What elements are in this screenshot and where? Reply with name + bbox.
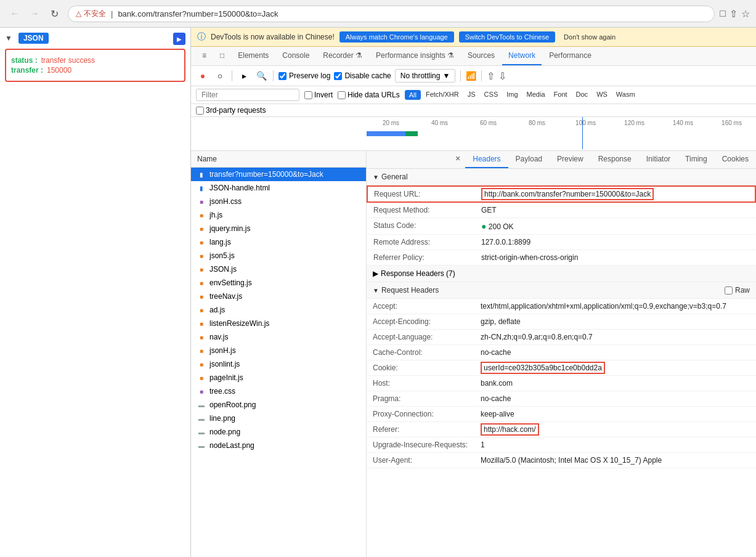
disable-cache-checkbox[interactable]: Disable cache — [334, 71, 391, 80]
user-agent-row: User-Agent: Mozilla/5.0 (Macintosh; Inte… — [367, 453, 756, 468]
filter-input[interactable] — [196, 89, 299, 101]
invert-checkbox[interactable]: Invert — [304, 91, 333, 99]
tab-inspect[interactable]: □ — [214, 47, 230, 65]
record-button[interactable]: ● — [196, 69, 209, 83]
general-section-header[interactable]: ▼ General — [367, 169, 756, 185]
file-item-jsonhjs[interactable]: ■ jsonH.js — [191, 344, 366, 357]
file-item-json-handle[interactable]: ▮ JSON-handle.html — [191, 181, 366, 195]
reload-button[interactable]: ↻ — [46, 5, 63, 22]
forward-button[interactable]: → — [26, 5, 43, 22]
tab-performance-insights[interactable]: Performance insights ⚗ — [370, 47, 460, 65]
import-har-button[interactable]: ⇧ — [487, 70, 495, 82]
file-item-langjs[interactable]: ■ lang.js — [191, 235, 366, 249]
detail-tab-headers[interactable]: Headers — [465, 151, 508, 168]
json-expand-button[interactable]: ▶ — [173, 33, 185, 45]
file-item-jsonjs[interactable]: ■ JSON.js — [191, 262, 366, 276]
json-badge: JSON — [18, 33, 49, 44]
file-item-jsonhcss[interactable]: ■ jsonH.css — [191, 195, 366, 208]
tab-elements[interactable]: Elements — [232, 47, 275, 65]
detail-tab-response[interactable]: Response — [591, 151, 639, 168]
file-item-nodepng[interactable]: ▬ node.png — [191, 425, 366, 439]
file-item-adjs[interactable]: ■ ad.js — [191, 303, 366, 317]
detail-tab-preview[interactable]: Preview — [550, 151, 591, 168]
clear-button[interactable]: ○ — [213, 69, 227, 83]
detail-tab-payload[interactable]: Payload — [508, 151, 550, 168]
address-bar[interactable]: △ 不安全 | bank.com/transfer?number=150000&… — [68, 6, 715, 22]
general-table: Request URL: http://bank.com/transfer?nu… — [367, 185, 756, 266]
preserve-log-checkbox[interactable]: Preserve log — [278, 71, 330, 80]
response-headers-section-header[interactable]: ▶ Response Headers (7) — [367, 266, 756, 282]
filter-button[interactable]: ▸ — [237, 69, 251, 83]
detail-tab-cookies[interactable]: Cookies — [715, 151, 756, 168]
filter-ws[interactable]: WS — [593, 90, 611, 100]
filter-all[interactable]: All — [405, 90, 421, 100]
hide-data-urls-checkbox[interactable]: Hide data URLs — [338, 91, 400, 99]
back-button[interactable]: ← — [6, 5, 23, 22]
file-item-treecss[interactable]: ■ tree.css — [191, 384, 366, 398]
file-icon-js: ■ — [197, 211, 206, 219]
collapse-icon[interactable]: ▼ — [5, 34, 12, 43]
file-icon-js8: ■ — [197, 306, 206, 314]
match-language-button[interactable]: Always match Chrome's language — [339, 31, 454, 43]
third-party-checkbox[interactable]: 3rd-party requests — [196, 106, 266, 115]
file-name: envSetting.js — [209, 278, 252, 287]
switch-chinese-button[interactable]: Switch DevTools to Chinese — [459, 31, 555, 43]
share-button[interactable]: ⇧ — [730, 8, 738, 20]
file-item-envsetting[interactable]: ■ envSetting.js — [191, 276, 366, 290]
tab-sources[interactable]: Sources — [461, 47, 501, 65]
file-icon-css: ■ — [197, 197, 206, 206]
request-headers-title: Request Headers — [381, 286, 439, 295]
file-item-openroot[interactable]: ▬ openRoot.png — [191, 398, 366, 412]
security-warning: △ 不安全 — [76, 9, 106, 19]
file-name: pageInit.js — [209, 373, 243, 382]
bookmark-button[interactable]: ☆ — [741, 8, 750, 20]
info-icon: ⓘ — [197, 31, 206, 43]
filter-media[interactable]: Media — [523, 90, 549, 100]
file-item-linepng[interactable]: ▬ line.png — [191, 412, 366, 425]
search-button[interactable]: 🔍 — [254, 69, 268, 83]
file-item-jhjs[interactable]: ■ jh.js — [191, 208, 366, 222]
raw-checkbox[interactable]: Raw — [725, 286, 750, 295]
detail-tab-timing[interactable]: Timing — [678, 151, 715, 168]
cookie-row: Cookie: userId=ce032b305a9bc1ce0b0dd2a — [367, 360, 756, 376]
filter-bar: Invert Hide data URLs All Fetch/XHR JS C… — [191, 86, 756, 104]
close-details-button[interactable]: × — [450, 151, 465, 168]
browser-toolbar: ← → ↻ △ 不安全 | bank.com/transfer?number=1… — [0, 0, 756, 27]
remote-address-row: Remote Address: 127.0.0.1:8899 — [367, 235, 755, 250]
request-headers-section-header[interactable]: ▼ Request Headers Raw — [367, 282, 756, 299]
status-dot: ● — [481, 221, 486, 231]
filter-doc[interactable]: Doc — [572, 90, 592, 100]
file-item-treenav[interactable]: ■ treeNav.js — [191, 290, 366, 303]
file-item-nodelastpng[interactable]: ▬ nodeLast.png — [191, 439, 366, 452]
file-item-json5js[interactable]: ■ json5.js — [191, 249, 366, 262]
detail-tab-initiator[interactable]: Initiator — [639, 151, 678, 168]
dont-show-button[interactable]: Don't show again — [560, 31, 619, 43]
export-har-button[interactable]: ⇩ — [498, 70, 506, 82]
file-item-jsonlint[interactable]: ■ jsonlint.js — [191, 357, 366, 371]
file-item-listenresize[interactable]: ■ listenResizeWin.js — [191, 317, 366, 330]
tab-network[interactable]: Network — [502, 47, 542, 65]
file-item-jquery[interactable]: ■ jquery.min.js — [191, 222, 366, 235]
disable-cache-label: Disable cache — [344, 71, 391, 80]
filter-fetch-xhr[interactable]: Fetch/XHR — [422, 90, 463, 100]
filter-css[interactable]: CSS — [481, 90, 502, 100]
file-name: openRoot.png — [209, 400, 256, 409]
toolbar-divider-3 — [460, 70, 461, 81]
referer-highlighted: http://hack.com/ — [481, 423, 539, 436]
file-item-transfer[interactable]: ▮ transfer?number=150000&to=Jack — [191, 168, 366, 181]
file-icon-img3: ▬ — [197, 428, 206, 436]
file-name: jsonH.js — [209, 346, 236, 355]
file-item-navjs[interactable]: ■ nav.js — [191, 330, 366, 344]
filter-img[interactable]: Img — [503, 90, 521, 100]
file-name: jsonlint.js — [209, 360, 240, 368]
tab-recorder[interactable]: Recorder ⚗ — [317, 47, 368, 65]
tab-menu[interactable]: ≡ — [196, 47, 213, 65]
tab-performance[interactable]: Performance — [543, 47, 598, 65]
tab-console[interactable]: Console — [276, 47, 315, 65]
cast-button[interactable]: □ — [720, 8, 726, 19]
filter-font[interactable]: Font — [550, 90, 571, 100]
throttling-dropdown[interactable]: No throttling ▼ — [395, 69, 456, 83]
file-item-pageinit[interactable]: ■ pageInit.js — [191, 371, 366, 384]
filter-js[interactable]: JS — [464, 90, 479, 100]
filter-wasm[interactable]: Wasm — [612, 90, 639, 100]
